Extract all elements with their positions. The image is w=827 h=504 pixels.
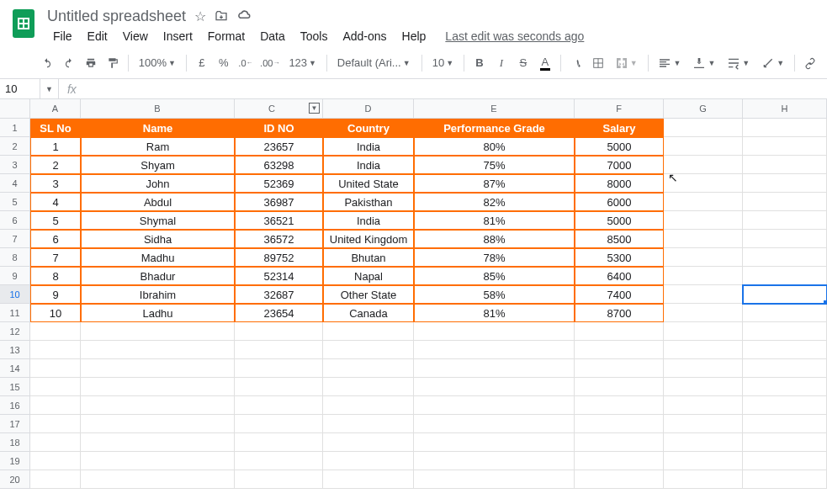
font-dropdown[interactable]: Default (Ari...▼ — [332, 53, 416, 72]
rotate-button[interactable]: ▼ — [756, 53, 789, 73]
cell-D20[interactable] — [323, 470, 414, 489]
cell-E11[interactable]: 81% — [414, 304, 575, 322]
cell-H2[interactable] — [743, 137, 827, 156]
cell-D16[interactable] — [323, 396, 414, 415]
insert-link-button[interactable] — [800, 52, 820, 74]
redo-button[interactable] — [59, 52, 79, 74]
cell-A13[interactable] — [30, 341, 81, 359]
row-header-20[interactable]: 20 — [0, 470, 29, 489]
cell-E16[interactable] — [414, 396, 575, 415]
cell-C3[interactable]: 63298 — [235, 156, 323, 174]
cell-E14[interactable] — [414, 359, 575, 378]
currency-button[interactable]: £ — [192, 52, 212, 74]
cell-E9[interactable]: 85% — [414, 267, 575, 285]
h-align-button[interactable]: ▼ — [653, 53, 686, 73]
cell-A3[interactable]: 2 — [30, 156, 81, 174]
cell-H7[interactable] — [743, 230, 827, 248]
cell-F18[interactable] — [575, 433, 664, 452]
col-header-E[interactable]: E — [414, 99, 575, 118]
cell-B16[interactable] — [81, 396, 235, 415]
cell-F8[interactable]: 5300 — [575, 248, 664, 267]
cell-D3[interactable]: India — [323, 156, 414, 174]
cell-G15[interactable] — [664, 378, 743, 396]
col-header-H[interactable]: H — [743, 99, 827, 118]
cell-F19[interactable] — [575, 452, 664, 470]
cell-D10[interactable]: Other State — [323, 285, 414, 304]
cell-E6[interactable]: 81% — [414, 211, 575, 230]
font-size-dropdown[interactable]: 10▼ — [427, 53, 459, 72]
cell-B15[interactable] — [81, 378, 235, 396]
name-box[interactable]: 10 — [0, 79, 40, 98]
row-header-2[interactable]: 2 — [0, 137, 29, 156]
row-header-6[interactable]: 6 — [0, 211, 29, 230]
menu-help[interactable]: Help — [396, 26, 432, 46]
percent-button[interactable]: % — [214, 52, 234, 74]
menu-format[interactable]: Format — [202, 26, 251, 46]
cell-F20[interactable] — [575, 470, 664, 489]
cell-G18[interactable] — [664, 433, 743, 452]
cell-E8[interactable]: 78% — [414, 248, 575, 267]
cell-H6[interactable] — [743, 211, 827, 230]
cell-H18[interactable] — [743, 433, 827, 452]
zoom-dropdown[interactable]: 100%▼ — [134, 53, 181, 72]
cell-A18[interactable] — [30, 433, 81, 452]
cell-F11[interactable]: 8700 — [575, 304, 664, 322]
cell-H19[interactable] — [743, 452, 827, 470]
cell-E18[interactable] — [414, 433, 575, 452]
fill-color-button[interactable] — [566, 52, 586, 74]
row-header-3[interactable]: 3 — [0, 156, 29, 174]
select-all-corner[interactable] — [0, 99, 30, 119]
cell-A17[interactable] — [30, 415, 81, 433]
cell-C18[interactable] — [235, 433, 323, 452]
row-header-1[interactable]: 1 — [0, 119, 29, 137]
cell-F7[interactable]: 8500 — [575, 230, 664, 248]
cell-C10[interactable]: 32687 — [235, 285, 323, 304]
cell-C8[interactable]: 89752 — [235, 248, 323, 267]
cell-G6[interactable] — [664, 211, 743, 230]
cell-E1[interactable]: Performance Grade — [414, 119, 575, 137]
col-header-C[interactable]: C▼ — [235, 99, 323, 118]
cell-H9[interactable] — [743, 267, 827, 285]
menu-insert[interactable]: Insert — [157, 26, 199, 46]
cell-D13[interactable] — [323, 341, 414, 359]
v-align-button[interactable]: ▼ — [687, 53, 720, 73]
row-header-15[interactable]: 15 — [0, 378, 29, 396]
cell-D19[interactable] — [323, 452, 414, 470]
cell-G11[interactable] — [664, 304, 743, 322]
filter-dropdown-icon[interactable]: ▼ — [309, 103, 320, 114]
cell-G10[interactable] — [664, 285, 743, 304]
merge-button[interactable]: ▼ — [610, 53, 643, 73]
cell-B13[interactable] — [81, 341, 235, 359]
col-header-A[interactable]: A — [30, 99, 81, 118]
cell-B2[interactable]: Ram — [81, 137, 235, 156]
cell-E17[interactable] — [414, 415, 575, 433]
row-header-9[interactable]: 9 — [0, 267, 29, 285]
cell-A10[interactable]: 9 — [30, 285, 81, 304]
cell-H20[interactable] — [743, 470, 827, 489]
cell-G19[interactable] — [664, 452, 743, 470]
col-header-G[interactable]: G — [664, 99, 743, 118]
cell-H17[interactable] — [743, 415, 827, 433]
cell-H5[interactable] — [743, 193, 827, 211]
cell-B1[interactable]: Name — [81, 119, 235, 137]
cell-G4[interactable] — [664, 174, 743, 193]
cell-A2[interactable]: 1 — [30, 137, 81, 156]
cell-B20[interactable] — [81, 470, 235, 489]
cell-D12[interactable] — [323, 322, 414, 341]
number-format-dropdown[interactable]: 123▼ — [284, 53, 321, 72]
formula-input[interactable] — [85, 79, 827, 98]
row-header-8[interactable]: 8 — [0, 248, 29, 267]
row-header-18[interactable]: 18 — [0, 433, 29, 452]
menu-view[interactable]: View — [117, 26, 154, 46]
doc-title[interactable]: Untitled spreadsheet — [47, 8, 186, 25]
col-header-F[interactable]: F — [575, 99, 664, 118]
cell-B4[interactable]: John — [81, 174, 235, 193]
cell-H10[interactable] — [743, 285, 827, 304]
cell-C19[interactable] — [235, 452, 323, 470]
cell-H1[interactable] — [743, 119, 827, 137]
cell-F9[interactable]: 6400 — [575, 267, 664, 285]
cell-F13[interactable] — [575, 341, 664, 359]
menu-file[interactable]: File — [47, 26, 78, 46]
cell-F4[interactable]: 8000 — [575, 174, 664, 193]
cell-D11[interactable]: Canada — [323, 304, 414, 322]
